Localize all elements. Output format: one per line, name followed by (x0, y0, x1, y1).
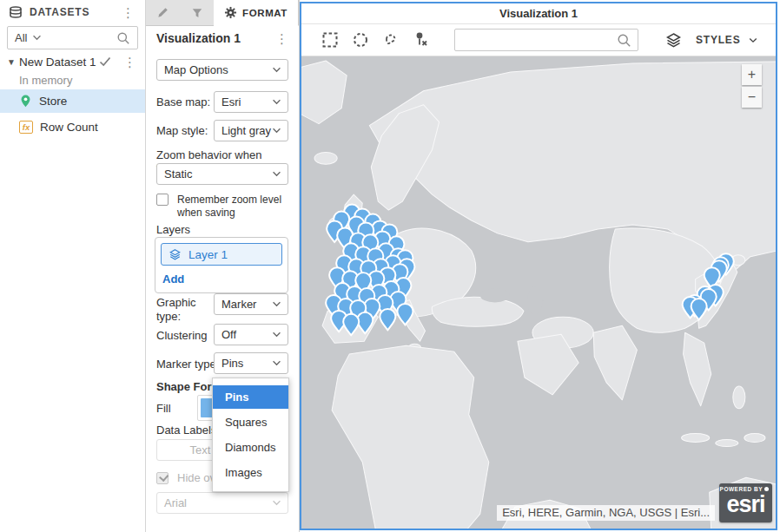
marker-type-option[interactable]: Images (213, 461, 288, 484)
filter-icon (191, 7, 203, 19)
layer-item[interactable]: Layer 1 (161, 243, 282, 266)
visualization-title: Visualization 1 (301, 3, 776, 24)
map-toolbar: STYLES (301, 24, 776, 56)
graphic-type-value: Marker (221, 298, 256, 311)
base-map-select[interactable]: Esri (214, 91, 288, 113)
format-panel-title: Visualization 1 (156, 31, 272, 45)
rectangle-select-icon[interactable] (321, 30, 340, 49)
hide-overlapping-checkbox[interactable] (156, 472, 169, 484)
esri-dot-icon (764, 487, 769, 491)
chevron-down-icon (272, 332, 281, 338)
marker-type-value: Pins (221, 357, 243, 370)
styles-dropdown[interactable]: STYLES (665, 32, 757, 48)
datasets-menu-kebab-icon[interactable]: ⋮ (118, 6, 138, 19)
dataset-filter-box[interactable]: All (7, 26, 138, 49)
layer-item-label[interactable]: Layer 1 (188, 248, 228, 261)
font-select[interactable]: Arial (156, 492, 288, 514)
visualization-menu-kebab-icon[interactable]: ⋮ (272, 32, 292, 45)
dataset-row[interactable]: ▼ New Dataset 1 ⋮ (0, 52, 145, 71)
tab-edit[interactable] (146, 0, 180, 25)
dataset-subtitle: In memory (0, 73, 145, 87)
expand-caret-icon[interactable]: ▼ (7, 57, 19, 67)
fx-icon: fx (19, 121, 33, 134)
chevron-down-icon (749, 37, 757, 43)
datasets-panel-title: DATASETS (30, 6, 118, 18)
clear-pins-icon[interactable] (412, 30, 431, 49)
tab-filter[interactable] (180, 0, 214, 25)
pencil-icon (156, 6, 169, 19)
styles-label[interactable]: STYLES (696, 34, 740, 46)
chevron-down-icon (272, 500, 281, 506)
graphic-type-select[interactable]: Marker (214, 293, 288, 315)
dataset-menu-kebab-icon[interactable]: ⋮ (120, 56, 140, 69)
chevron-down-icon (272, 99, 281, 105)
layers-section-label: Layers (156, 223, 190, 236)
sidebar-item-row-count[interactable]: fx Row Count (0, 115, 145, 139)
format-tab-label[interactable]: FORMAT (242, 8, 288, 18)
circle-select-icon[interactable] (351, 30, 370, 49)
sidebar-item-store[interactable]: Store (0, 89, 145, 113)
chevron-down-icon[interactable] (32, 35, 42, 41)
tab-format[interactable]: FORMAT (214, 0, 299, 26)
clustering-label: Clustering (156, 329, 208, 342)
row-count-item-label[interactable]: Row Count (40, 121, 98, 134)
remember-zoom-checkbox[interactable] (156, 194, 169, 206)
clustering-value: Off (221, 328, 236, 341)
data-labels-heading: Data Labels (156, 424, 216, 437)
marker-type-option[interactable]: Squares (213, 410, 288, 434)
database-icon (9, 6, 23, 19)
chevron-down-icon (272, 171, 281, 177)
marker-type-label: Marker type: (156, 358, 219, 371)
base-map-value: Esri (221, 95, 241, 108)
layers-icon (169, 248, 182, 260)
esri-brand-label: esri (719, 492, 772, 516)
search-icon[interactable] (617, 33, 631, 48)
map-pin[interactable] (380, 309, 395, 330)
map-style-label: Map style: (156, 124, 208, 137)
format-panel-tabs: FORMAT (146, 0, 299, 26)
marker-type-option[interactable]: Diamonds (213, 436, 288, 459)
search-icon[interactable] (116, 31, 130, 45)
marker-type-select[interactable]: Pins (214, 352, 288, 374)
location-pin-icon (19, 94, 32, 108)
map-options-value: Map Options (164, 63, 228, 76)
lasso-select-icon[interactable] (381, 30, 400, 49)
chevron-down-icon (272, 128, 281, 134)
map-attribution: Esri, HERE, Garmin, NGA, USGS | Esri... (497, 505, 715, 521)
chevron-down-icon (272, 360, 281, 366)
datasets-panel: DATASETS ⋮ All ▼ New Dataset 1 ⋮ In memo… (0, 0, 146, 532)
esri-logo: POWERED BY esri (719, 483, 772, 522)
visualization-panel[interactable]: Visualization 1 (300, 2, 777, 530)
app-window: DATASETS ⋮ All ▼ New Dataset 1 ⋮ In memo… (0, 0, 780, 532)
chevron-down-icon (272, 301, 281, 307)
remember-zoom-label: Remember zoom level when saving (177, 194, 292, 220)
layers-icon (665, 32, 682, 48)
datasets-header: DATASETS ⋮ (0, 0, 145, 24)
zoom-out-button[interactable]: − (742, 87, 762, 108)
world-map (301, 56, 776, 529)
graphic-type-label: Graphic type: (156, 296, 208, 323)
map-canvas[interactable]: + − Esri, HERE, Garmin, NGA, USGS | Esri… (301, 56, 776, 529)
map-options-select[interactable]: Map Options (156, 59, 288, 81)
dataset-name[interactable]: New Dataset 1 (19, 56, 99, 69)
map-style-select[interactable]: Light gray (214, 120, 288, 141)
zoom-behavior-value: Static (164, 167, 193, 181)
base-map-label: Base map: (156, 95, 210, 108)
map-search-input[interactable] (460, 31, 617, 49)
marker-type-dropdown: PinsSquaresDiamondsImages (212, 378, 289, 492)
zoom-in-button[interactable]: + (742, 64, 762, 85)
layers-box: Layer 1 Add (155, 237, 288, 293)
map-style-value: Light gray (221, 124, 271, 137)
map-search-box[interactable] (454, 29, 638, 51)
store-item-label[interactable]: Store (39, 95, 67, 108)
clustering-select[interactable]: Off (214, 324, 288, 345)
check-icon (99, 56, 111, 67)
add-layer-link[interactable]: Add (162, 273, 184, 286)
chevron-down-icon (272, 67, 281, 73)
font-value: Arial (164, 496, 187, 509)
fill-label: Fill (156, 402, 171, 415)
marker-type-option[interactable]: Pins (213, 385, 288, 409)
gear-icon (224, 6, 237, 19)
zoom-behavior-select[interactable]: Static (156, 163, 288, 185)
dataset-filter-value[interactable]: All (15, 31, 27, 44)
